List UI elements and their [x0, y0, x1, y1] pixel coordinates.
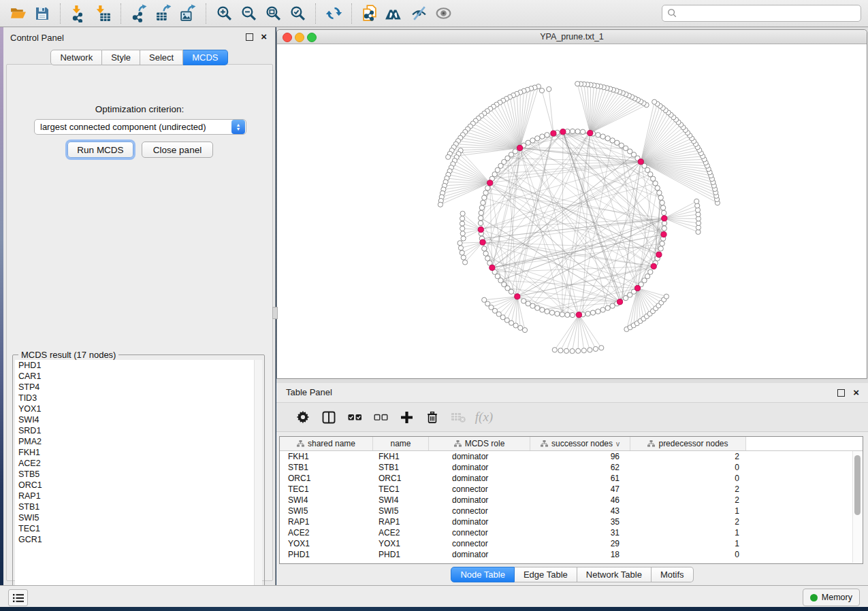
table-cell[interactable]: RAP1	[280, 516, 373, 527]
deselect-all-button[interactable]	[368, 406, 393, 429]
table-cell[interactable]: ACE2	[280, 527, 373, 538]
table-cell[interactable]: 47	[530, 484, 630, 495]
table-cell[interactable]: ORC1	[373, 473, 429, 484]
create-column-button[interactable]	[393, 406, 419, 429]
graph-node[interactable]	[483, 251, 488, 256]
table-cell[interactable]: connector	[429, 538, 530, 549]
column-header-predecessor-nodes[interactable]: predecessor nodes	[630, 437, 746, 450]
close-panel-icon[interactable]: ×	[261, 31, 267, 42]
graph-node[interactable]	[575, 129, 580, 134]
mcds-hub-node[interactable]	[515, 294, 520, 299]
table-cell[interactable]: 29	[530, 538, 630, 549]
graph-leaf-node[interactable]	[593, 346, 598, 351]
graph-leaf-node[interactable]	[694, 199, 699, 203]
table-row[interactable]: ACE2ACE2connector311	[280, 527, 863, 538]
table-cell[interactable]: STB1	[280, 462, 373, 473]
optimization-criterion-select[interactable]: largest connected component (undirected)…	[34, 119, 246, 135]
graph-leaf-node[interactable]	[438, 202, 443, 207]
table-cell[interactable]: SWI4	[373, 495, 429, 506]
table-cell[interactable]: SWI5	[280, 506, 373, 516]
tab-edge-table[interactable]: Edge Table	[515, 567, 577, 582]
graph-leaf-node[interactable]	[588, 348, 592, 352]
mcds-hub-node[interactable]	[576, 312, 581, 318]
mcds-result-item[interactable]: SWI5	[15, 512, 262, 523]
splitter-handle[interactable]	[272, 307, 278, 319]
graph-leaf-node[interactable]	[460, 211, 465, 216]
table-cell[interactable]: 0	[630, 549, 746, 560]
close-panel-button[interactable]: Close panel	[142, 142, 213, 158]
graph-leaf-node[interactable]	[518, 325, 523, 330]
table-cell[interactable]: dominator	[429, 495, 530, 506]
table-cell[interactable]: ORC1	[280, 473, 373, 484]
table-cell[interactable]: 18	[530, 549, 630, 560]
table-cell[interactable]: FKH1	[280, 451, 373, 462]
table-cell[interactable]: FKH1	[373, 451, 429, 462]
graph-node[interactable]	[662, 226, 666, 231]
graph-node[interactable]	[481, 200, 485, 205]
graph-node[interactable]	[485, 186, 490, 191]
graph-leaf-node[interactable]	[547, 86, 551, 91]
graph-leaf-node[interactable]	[599, 346, 604, 350]
graph-leaf-node[interactable]	[552, 348, 557, 352]
clone-network-button[interactable]	[357, 3, 382, 24]
table-cell[interactable]: 35	[530, 516, 630, 527]
table-cell[interactable]: STB1	[373, 462, 429, 473]
mcds-hub-node[interactable]	[634, 285, 640, 291]
table-cell[interactable]: ACE2	[373, 527, 429, 538]
graph-leaf-node[interactable]	[458, 246, 463, 250]
graph-node[interactable]	[580, 129, 585, 134]
table-cell[interactable]: YOX1	[280, 538, 373, 549]
mcds-result-item[interactable]: TEC1	[15, 523, 262, 534]
refresh-button[interactable]	[321, 3, 346, 24]
table-row[interactable]: ORC1ORC1dominator610	[280, 473, 863, 484]
zoom-out-button[interactable]	[236, 3, 261, 24]
table-cell[interactable]: connector	[429, 527, 530, 538]
graph-leaf-node[interactable]	[509, 320, 514, 325]
graph-node[interactable]	[485, 256, 490, 261]
graph-node[interactable]	[483, 191, 488, 195]
mcds-result-item[interactable]: FKH1	[15, 447, 262, 458]
graph-node[interactable]	[482, 195, 487, 200]
show-eye-button[interactable]	[431, 3, 455, 24]
search-binoculars-button[interactable]	[382, 3, 406, 24]
graph-node[interactable]	[660, 200, 664, 205]
save-session-button[interactable]	[30, 3, 54, 24]
column-header-MCDS-role[interactable]: MCDS role	[429, 437, 530, 450]
graph-node[interactable]	[570, 312, 575, 317]
table-settings-button[interactable]	[290, 406, 316, 429]
export-image-button[interactable]	[176, 3, 200, 24]
mcds-result-item[interactable]: ORC1	[15, 480, 262, 491]
graph-node[interactable]	[605, 306, 610, 310]
graph-leaf-node[interactable]	[460, 231, 465, 236]
graph-leaf-node[interactable]	[446, 154, 451, 159]
table-cell[interactable]: 61	[530, 473, 630, 484]
graph-node[interactable]	[610, 138, 615, 143]
mcds-hub-node[interactable]	[487, 180, 493, 186]
graph-node[interactable]	[479, 216, 483, 220]
table-cell[interactable]: connector	[429, 484, 530, 495]
mcds-hub-node[interactable]	[480, 240, 485, 245]
table-cell[interactable]: 2	[630, 495, 746, 506]
import-table-button[interactable]	[91, 3, 115, 24]
memory-button[interactable]: Memory	[803, 589, 860, 606]
graph-leaf-node[interactable]	[539, 88, 544, 93]
mcds-hub-node[interactable]	[489, 265, 495, 270]
graph-node[interactable]	[509, 289, 513, 294]
graph-leaf-node[interactable]	[570, 348, 575, 353]
graph-leaf-node[interactable]	[522, 328, 527, 333]
open-file-button[interactable]	[5, 3, 30, 24]
table-cell[interactable]: 31	[530, 527, 630, 538]
graph-node[interactable]	[570, 129, 575, 133]
graph-node[interactable]	[555, 311, 560, 316]
table-cell[interactable]: 0	[630, 473, 746, 484]
graph-node[interactable]	[560, 312, 564, 317]
graph-node[interactable]	[549, 310, 554, 315]
float-panel-button[interactable]	[246, 33, 253, 41]
table-cell[interactable]: PHD1	[280, 549, 373, 560]
table-row[interactable]: RAP1RAP1dominator352	[280, 516, 863, 527]
mcds-result-item[interactable]: PMA2	[15, 436, 262, 447]
table-cell[interactable]: SWI4	[280, 495, 373, 506]
graph-node[interactable]	[600, 134, 605, 139]
mcds-hub-node[interactable]	[662, 216, 667, 221]
table-cell[interactable]: dominator	[429, 516, 530, 527]
